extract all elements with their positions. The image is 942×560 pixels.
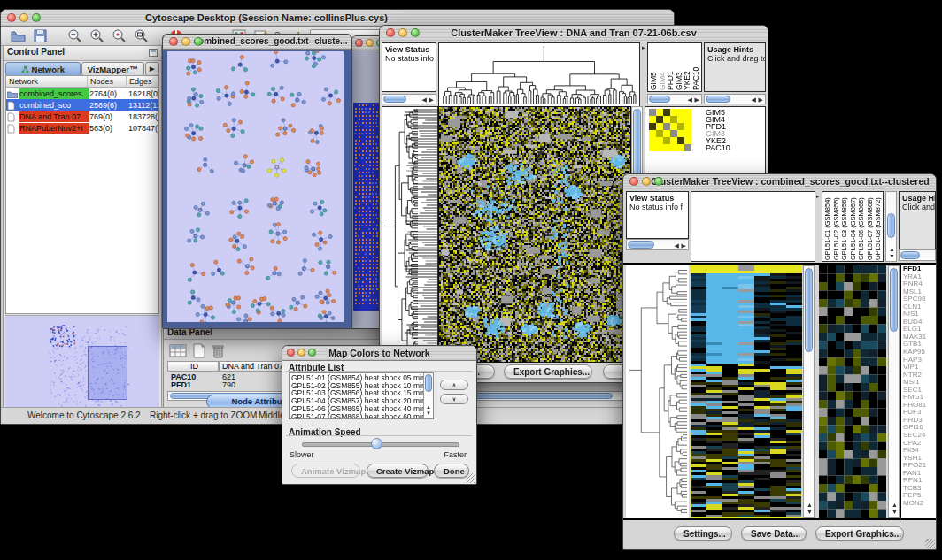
- tv2-export-graphics-button[interactable]: Export Graphics...: [815, 526, 904, 541]
- tv1-row-dendrogram[interactable]: [382, 106, 438, 363]
- zoom-in-icon[interactable]: [89, 28, 105, 44]
- data-row-value[interactable]: 790: [222, 381, 236, 389]
- status-hint-zoom: Right-click + drag to ZOOM: [150, 410, 257, 420]
- tv2-column-label[interactable]: GPL51-06 (GSM865): [857, 193, 865, 260]
- network-row[interactable]: combined_sco2569(6)13112(15): [6, 99, 158, 111]
- tv1-correlation-matrix[interactable]: [649, 109, 691, 151]
- move-down-button[interactable]: ∨: [440, 394, 468, 404]
- tv2-labels-vscrollbar[interactable]: ▲▼: [885, 191, 897, 262]
- tab-vizmapper[interactable]: VizMapper™: [81, 62, 144, 76]
- tv1-column-label[interactable]: PAC10: [692, 44, 700, 90]
- tv2-status-scrollbar[interactable]: ◀▶: [626, 239, 689, 250]
- network-row[interactable]: DNA and Tran 07769(0)183728(0): [6, 111, 158, 122]
- close-button[interactable]: [7, 13, 16, 22]
- close-button[interactable]: [629, 177, 638, 186]
- zoom-button[interactable]: [411, 28, 420, 37]
- tv2-heatmap[interactable]: [691, 265, 802, 518]
- tv1-row-label[interactable]: PAC10: [706, 144, 762, 151]
- dialog-titlebar[interactable]: Map Colors to Network: [282, 346, 476, 361]
- tv2-save-data-button[interactable]: Save Data...: [741, 526, 807, 541]
- save-icon[interactable]: [32, 28, 49, 44]
- tv1-column-label[interactable]: GIM3: [676, 44, 683, 90]
- tv2-column-dendrogram-area[interactable]: [691, 191, 815, 262]
- table-grid-icon[interactable]: [169, 343, 187, 362]
- tv2-zoom-vscrollbar[interactable]: ▲▼: [888, 265, 900, 518]
- data-column-id[interactable]: ID: [167, 361, 219, 372]
- create-vizmap-button[interactable]: Create Vizmap: [367, 464, 429, 478]
- tv2-button-bar: Settings... Save Data... Export Graphics…: [623, 520, 936, 548]
- zoom-button[interactable]: [32, 13, 41, 22]
- tv1-column-label[interactable]: YKE2: [683, 44, 691, 90]
- network-canvas[interactable]: [167, 51, 344, 322]
- column-header-edges[interactable]: Edges: [127, 76, 158, 87]
- close-button[interactable]: [355, 39, 363, 47]
- birdseye-view[interactable]: [5, 315, 159, 408]
- minimize-button[interactable]: [181, 37, 190, 46]
- minimize-button[interactable]: [366, 39, 374, 47]
- tab-overflow-arrow-icon[interactable]: ▶: [145, 62, 159, 76]
- close-button[interactable]: [386, 28, 395, 37]
- minimize-button[interactable]: [19, 13, 28, 22]
- network-row[interactable]: combined_scores2764(0)16218(0): [6, 88, 158, 99]
- attribute-item[interactable]: GPL51-07 (GSM868) heat shock 60 min: [290, 413, 423, 419]
- tv1-column-label[interactable]: PFD1: [667, 44, 675, 90]
- tv1-labels-scrollbar[interactable]: ◀▶: [647, 94, 702, 104]
- treeview1-titlebar[interactable]: ClusterMaker TreeView : DNA and Tran 07-…: [380, 26, 768, 42]
- attribute-listbox[interactable]: GPL51-01 (GSM854) heat shock 05 minGPL51…: [289, 372, 434, 419]
- tv2-settings-button[interactable]: Settings...: [674, 526, 732, 541]
- zoom-button[interactable]: [654, 177, 663, 186]
- tv1-status-scrollbar[interactable]: ◀▶: [382, 94, 436, 104]
- resize-grip[interactable]: [925, 539, 935, 548]
- tv2-row-dendrogram[interactable]: [626, 265, 689, 518]
- float-panel-icon[interactable]: [149, 49, 158, 57]
- zoom-selected-icon[interactable]: [111, 28, 127, 44]
- treeview2-window: ClusterMaker TreeView : combined_scores_…: [622, 173, 937, 550]
- tv2-column-label[interactable]: GPL51-08 (GSM872): [874, 193, 882, 260]
- trash-icon[interactable]: [212, 343, 225, 362]
- tv2-hints-scrollbar[interactable]: [899, 249, 936, 261]
- tv1-export-graphics-button[interactable]: Export Graphics...: [504, 364, 592, 379]
- done-button[interactable]: Done: [434, 464, 469, 478]
- column-header-network[interactable]: Network: [6, 76, 88, 87]
- close-button[interactable]: [287, 349, 295, 357]
- minimize-button[interactable]: [642, 177, 651, 186]
- gene-label[interactable]: MON2: [903, 500, 936, 508]
- slider-thumb[interactable]: [371, 438, 382, 449]
- column-header-nodes[interactable]: Nodes: [88, 76, 127, 87]
- move-up-button[interactable]: ∧: [440, 380, 468, 390]
- tv1-heatmap[interactable]: [438, 106, 631, 363]
- status-welcome: Welcome to Cytoscape 2.6.2: [27, 410, 141, 420]
- minimize-button[interactable]: [398, 28, 407, 37]
- tv1-column-label[interactable]: GIM5: [650, 44, 658, 90]
- tv1-column-label[interactable]: GIM4: [659, 44, 667, 90]
- close-button[interactable]: [169, 37, 178, 46]
- zoom-fit-icon[interactable]: [133, 28, 150, 44]
- zoom-button[interactable]: [194, 37, 203, 46]
- expand-arrow-icon[interactable]: ▸: [642, 44, 645, 50]
- tv1-hints-scrollbar[interactable]: ◀▶: [704, 94, 766, 104]
- new-attribute-icon[interactable]: [192, 343, 206, 362]
- tv2-column-label[interactable]: GPL51-01 (GSM854): [823, 193, 831, 260]
- tab-network[interactable]: Network: [5, 62, 81, 76]
- tv1-row-labels: GIM5GIM4PFD1GIM3YKE2PAC10: [706, 109, 762, 162]
- tv2-zoomed-heatmap[interactable]: [819, 265, 886, 518]
- minimize-button[interactable]: [297, 349, 305, 357]
- network-window-titlebar[interactable]: combined_scores_good.txt--cluste...: [163, 35, 351, 50]
- tv2-column-label[interactable]: GPL51-03 (GSM856): [840, 193, 848, 260]
- resize-grip[interactable]: [466, 473, 475, 483]
- tv2-heatmap-vscrollbar[interactable]: ▲▼: [803, 265, 815, 518]
- expand-arrow-icon[interactable]: ▸: [816, 193, 820, 199]
- tv1-column-dendrogram[interactable]: [438, 42, 640, 107]
- tv2-column-label[interactable]: GPL51-04 (GSM857): [849, 193, 857, 260]
- data-row-id[interactable]: PFD1: [171, 381, 191, 389]
- tv2-column-label[interactable]: GPL51-02 (GSM855): [832, 193, 840, 260]
- attribute-list-vscrollbar[interactable]: ▲▼: [423, 373, 433, 418]
- zoom-out-icon[interactable]: [66, 28, 83, 44]
- network-row[interactable]: RNAPuberNov2+I563(0)107847(0): [6, 122, 158, 134]
- birdseye-canvas[interactable]: [5, 316, 159, 408]
- treeview2-titlebar[interactable]: ClusterMaker TreeView : combined_scores_…: [623, 174, 936, 190]
- open-file-icon[interactable]: [10, 28, 27, 44]
- dense-network-canvas[interactable]: [353, 103, 380, 311]
- zoom-button[interactable]: [308, 349, 316, 357]
- tv2-column-label[interactable]: GPL51-07 (GSM868): [866, 193, 874, 260]
